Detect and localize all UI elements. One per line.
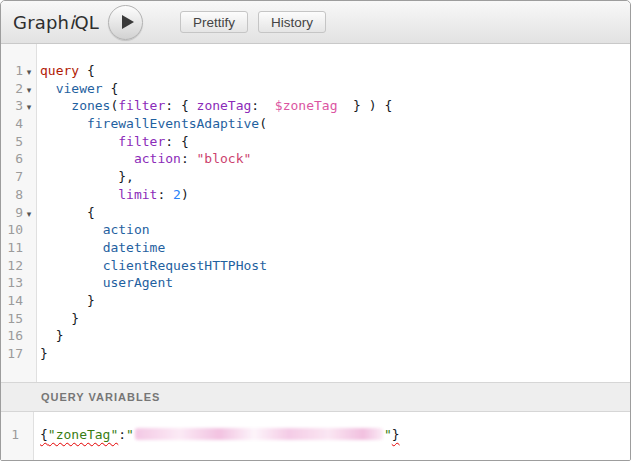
logo-text-graph: Graph	[13, 12, 69, 33]
code-line: clientRequestHTTPHost	[40, 257, 630, 275]
line-number: 3	[1, 97, 23, 115]
code-token: userAgent	[103, 275, 173, 290]
code-line: userAgent	[40, 274, 630, 292]
gutter-cell: 17	[1, 345, 36, 363]
code-token	[40, 222, 103, 237]
code-token: :	[251, 98, 274, 113]
variables-editor[interactable]: 1 {"zoneTag":""}	[1, 412, 630, 460]
code-token: : {	[165, 134, 188, 149]
query-variables-label: QUERY VARIABLES	[41, 391, 160, 403]
line-number: 13	[1, 274, 23, 292]
code-line: action: "block"	[40, 150, 630, 168]
prettify-button[interactable]: Prettify	[180, 11, 248, 33]
code-line: {"zoneTag":""}	[40, 426, 630, 444]
code-token: firewallEventsAdaptive	[87, 116, 259, 131]
code-token: )	[181, 187, 189, 202]
code-line: action	[40, 221, 630, 239]
code-token: }	[40, 328, 63, 343]
code-line: firewallEventsAdaptive(	[40, 115, 630, 133]
code-token	[40, 98, 71, 113]
code-token: filter	[118, 134, 165, 149]
gutter-cell: 10	[1, 221, 36, 239]
gutter-cell: 2▾	[1, 80, 36, 98]
logo-text-ql: QL	[74, 12, 99, 33]
code-token: {	[40, 427, 48, 442]
code-token: $zoneTag	[275, 98, 338, 113]
code-token: }	[40, 293, 95, 308]
code-line: viewer {	[40, 80, 630, 98]
code-token: "block"	[197, 151, 252, 166]
app-logo: GraphiQL	[13, 12, 99, 33]
code-token: viewer	[56, 81, 103, 96]
code-token: zones	[71, 98, 110, 113]
code-line: limit: 2)	[40, 186, 630, 204]
gutter-cell: 4	[1, 115, 36, 133]
query-code-area[interactable]: query { viewer { zones(filter: { zoneTag…	[37, 44, 630, 382]
code-line: }	[40, 310, 630, 328]
code-token: "zoneTag"	[48, 427, 118, 442]
code-token: {	[103, 81, 119, 96]
line-number: 17	[1, 345, 23, 363]
code-token: clientRequestHTTPHost	[103, 258, 267, 273]
gutter-cell: 9▾	[1, 204, 36, 222]
query-editor[interactable]: 1▾2▾3▾456789▾1011121314151617 query { vi…	[1, 44, 630, 382]
code-line: }	[40, 327, 630, 345]
history-button[interactable]: History	[258, 11, 326, 33]
gutter-cell: 5	[1, 133, 36, 151]
play-triangle-icon	[122, 15, 134, 29]
code-token: }	[40, 346, 48, 361]
code-token: 2	[173, 187, 181, 202]
code-token	[40, 275, 103, 290]
variables-line-number-gutter: 1	[1, 412, 34, 460]
code-token: },	[40, 169, 134, 184]
code-line: },	[40, 168, 630, 186]
gutter-cell: 8	[1, 186, 36, 204]
line-number: 14	[1, 292, 23, 310]
gutter-cell: 7	[1, 168, 36, 186]
gutter-cell: 15	[1, 310, 36, 328]
gutter-cell: 6	[1, 150, 36, 168]
line-number: 2	[1, 80, 23, 98]
gutter-cell: 1	[1, 426, 33, 444]
code-token	[40, 151, 134, 166]
code-token: {	[40, 205, 95, 220]
gutter-cell: 1▾	[1, 62, 36, 80]
code-token: filter	[118, 98, 165, 113]
code-token: } ) {	[337, 98, 392, 113]
code-line: zones(filter: { zoneTag: $zoneTag } ) {	[40, 97, 630, 115]
code-token: action	[134, 151, 181, 166]
gutter-cell: 11	[1, 239, 36, 257]
code-token	[40, 134, 118, 149]
toolbar: GraphiQL Prettify History	[1, 1, 630, 44]
query-line-number-gutter: 1▾2▾3▾456789▾1011121314151617	[1, 44, 37, 382]
code-token: datetime	[103, 240, 166, 255]
code-token: :	[157, 187, 173, 202]
line-number: 11	[1, 239, 23, 257]
line-number: 12	[1, 257, 23, 275]
line-number: 1	[1, 426, 19, 444]
line-number: 9	[1, 204, 23, 222]
code-token	[40, 240, 103, 255]
code-line: }	[40, 345, 630, 363]
code-token: :	[118, 427, 126, 442]
code-line: query {	[40, 62, 630, 80]
gutter-cell: 12	[1, 257, 36, 275]
code-token: limit	[118, 187, 157, 202]
code-token: (	[259, 116, 267, 131]
line-number: 8	[1, 186, 23, 204]
code-token	[40, 116, 87, 131]
line-number: 15	[1, 310, 23, 328]
code-line: {	[40, 204, 630, 222]
redacted-value	[135, 428, 383, 440]
variables-code-area[interactable]: {"zoneTag":""}	[34, 412, 630, 460]
line-number: 6	[1, 150, 23, 168]
gutter-cell: 3▾	[1, 97, 36, 115]
code-token: {	[79, 63, 95, 78]
gutter-cell: 16	[1, 327, 36, 345]
code-token: "	[126, 427, 134, 442]
graphiql-window: GraphiQL Prettify History 1▾2▾3▾456789▾1…	[0, 0, 631, 461]
line-number: 16	[1, 327, 23, 345]
code-line: filter: {	[40, 133, 630, 151]
execute-query-button[interactable]	[108, 5, 143, 40]
query-variables-header[interactable]: QUERY VARIABLES	[1, 382, 630, 412]
